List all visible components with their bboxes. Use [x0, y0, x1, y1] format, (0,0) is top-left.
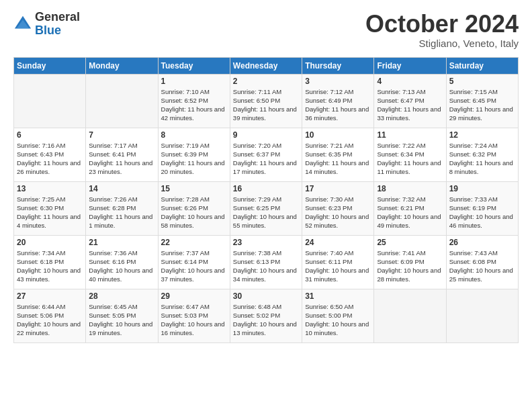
day-number: 6: [17, 130, 83, 140]
header-thursday: Thursday: [302, 57, 374, 74]
day-number: 3: [305, 77, 371, 86]
calendar-week-row: 1Sunrise: 7:10 AMSunset: 6:52 PMDaylight…: [14, 74, 519, 128]
day-number: 30: [233, 291, 299, 301]
page-header: General Blue October 2024 Stigliano, Ven…: [13, 11, 519, 49]
day-number: 16: [233, 184, 299, 193]
calendar-cell: 2Sunrise: 7:11 AMSunset: 6:50 PMDaylight…: [230, 74, 302, 128]
calendar-week-row: 13Sunrise: 7:25 AMSunset: 6:30 PMDayligh…: [14, 181, 519, 235]
day-detail: Sunrise: 7:26 AMSunset: 6:28 PMDaylight:…: [89, 195, 154, 230]
calendar-cell: [86, 74, 158, 128]
day-detail: Sunrise: 7:30 AMSunset: 6:23 PMDaylight:…: [305, 195, 371, 230]
calendar-cell: 9Sunrise: 7:20 AMSunset: 6:37 PMDaylight…: [230, 128, 302, 181]
day-detail: Sunrise: 7:10 AMSunset: 6:52 PMDaylight:…: [161, 87, 227, 123]
calendar-cell: 15Sunrise: 7:28 AMSunset: 6:26 PMDayligh…: [158, 181, 230, 235]
calendar-cell: 18Sunrise: 7:32 AMSunset: 6:21 PMDayligh…: [374, 181, 446, 235]
day-number: 27: [17, 291, 83, 301]
calendar-cell: 14Sunrise: 7:26 AMSunset: 6:28 PMDayligh…: [86, 181, 158, 235]
day-detail: Sunrise: 6:48 AMSunset: 5:02 PMDaylight:…: [233, 302, 299, 338]
day-number: 4: [377, 77, 443, 86]
day-number: 20: [17, 238, 83, 247]
calendar-cell: 30Sunrise: 6:48 AMSunset: 5:02 PMDayligh…: [230, 289, 302, 342]
calendar-week-row: 27Sunrise: 6:44 AMSunset: 5:06 PMDayligh…: [14, 289, 519, 342]
calendar-cell: 4Sunrise: 7:13 AMSunset: 6:47 PMDaylight…: [374, 74, 446, 128]
calendar-cell: 7Sunrise: 7:17 AMSunset: 6:41 PMDaylight…: [86, 128, 158, 181]
day-number: 2: [233, 77, 299, 86]
day-number: 8: [161, 130, 227, 140]
day-detail: Sunrise: 7:11 AMSunset: 6:50 PMDaylight:…: [233, 87, 299, 123]
day-detail: Sunrise: 7:29 AMSunset: 6:25 PMDaylight:…: [233, 195, 299, 230]
day-number: 13: [17, 184, 83, 193]
calendar-cell: 25Sunrise: 7:41 AMSunset: 6:09 PMDayligh…: [374, 235, 446, 289]
day-number: 25: [377, 238, 443, 247]
day-number: 19: [449, 184, 515, 193]
day-number: 24: [305, 238, 371, 247]
month-title: October 2024: [365, 11, 519, 38]
calendar-week-row: 6Sunrise: 7:16 AMSunset: 6:43 PMDaylight…: [14, 128, 519, 181]
day-detail: Sunrise: 7:20 AMSunset: 6:37 PMDaylight:…: [233, 141, 299, 177]
day-detail: Sunrise: 7:32 AMSunset: 6:21 PMDaylight:…: [377, 195, 443, 230]
day-number: 14: [89, 184, 154, 193]
day-detail: Sunrise: 6:50 AMSunset: 5:00 PMDaylight:…: [305, 302, 371, 338]
title-block: October 2024 Stigliano, Veneto, Italy: [365, 11, 519, 49]
day-detail: Sunrise: 6:44 AMSunset: 5:06 PMDaylight:…: [17, 302, 83, 338]
day-detail: Sunrise: 7:19 AMSunset: 6:39 PMDaylight:…: [161, 141, 227, 177]
day-detail: Sunrise: 7:34 AMSunset: 6:18 PMDaylight:…: [17, 248, 83, 284]
calendar-cell: 19Sunrise: 7:33 AMSunset: 6:19 PMDayligh…: [446, 181, 518, 235]
day-detail: Sunrise: 7:38 AMSunset: 6:13 PMDaylight:…: [233, 248, 299, 284]
calendar-cell: 20Sunrise: 7:34 AMSunset: 6:18 PMDayligh…: [14, 235, 86, 289]
calendar-header-row: SundayMondayTuesdayWednesdayThursdayFrid…: [14, 57, 519, 74]
calendar-table: SundayMondayTuesdayWednesdayThursdayFrid…: [13, 57, 519, 343]
calendar-cell: [14, 74, 86, 128]
calendar-week-row: 20Sunrise: 7:34 AMSunset: 6:18 PMDayligh…: [14, 235, 519, 289]
logo-icon: [13, 15, 32, 34]
day-detail: Sunrise: 7:13 AMSunset: 6:47 PMDaylight:…: [377, 87, 443, 123]
header-tuesday: Tuesday: [158, 57, 230, 74]
day-number: 29: [161, 291, 227, 301]
day-detail: Sunrise: 6:47 AMSunset: 5:03 PMDaylight:…: [161, 302, 227, 338]
day-number: 1: [161, 77, 227, 86]
day-detail: Sunrise: 7:21 AMSunset: 6:35 PMDaylight:…: [305, 141, 371, 177]
calendar-cell: 3Sunrise: 7:12 AMSunset: 6:49 PMDaylight…: [302, 74, 374, 128]
calendar-cell: 27Sunrise: 6:44 AMSunset: 5:06 PMDayligh…: [14, 289, 86, 342]
day-detail: Sunrise: 7:25 AMSunset: 6:30 PMDaylight:…: [17, 195, 83, 230]
calendar-cell: 29Sunrise: 6:47 AMSunset: 5:03 PMDayligh…: [158, 289, 230, 342]
header-monday: Monday: [86, 57, 158, 74]
calendar-cell: [374, 289, 446, 342]
day-number: 10: [305, 130, 371, 140]
calendar-cell: 16Sunrise: 7:29 AMSunset: 6:25 PMDayligh…: [230, 181, 302, 235]
day-detail: Sunrise: 7:24 AMSunset: 6:32 PMDaylight:…: [449, 141, 515, 177]
calendar-cell: 26Sunrise: 7:43 AMSunset: 6:08 PMDayligh…: [446, 235, 518, 289]
calendar-cell: 23Sunrise: 7:38 AMSunset: 6:13 PMDayligh…: [230, 235, 302, 289]
day-detail: Sunrise: 7:22 AMSunset: 6:34 PMDaylight:…: [377, 141, 443, 177]
day-detail: Sunrise: 7:16 AMSunset: 6:43 PMDaylight:…: [17, 141, 83, 177]
calendar-cell: 8Sunrise: 7:19 AMSunset: 6:39 PMDaylight…: [158, 128, 230, 181]
header-wednesday: Wednesday: [230, 57, 302, 74]
day-detail: Sunrise: 7:43 AMSunset: 6:08 PMDaylight:…: [449, 248, 515, 284]
day-number: 26: [449, 238, 515, 247]
calendar-cell: 5Sunrise: 7:15 AMSunset: 6:45 PMDaylight…: [446, 74, 518, 128]
day-number: 15: [161, 184, 227, 193]
day-number: 7: [89, 130, 154, 140]
day-detail: Sunrise: 6:45 AMSunset: 5:05 PMDaylight:…: [89, 302, 154, 338]
day-number: 31: [305, 291, 371, 301]
day-number: 11: [377, 130, 443, 140]
calendar-cell: 28Sunrise: 6:45 AMSunset: 5:05 PMDayligh…: [86, 289, 158, 342]
logo-text: General Blue: [35, 11, 80, 38]
day-detail: Sunrise: 7:12 AMSunset: 6:49 PMDaylight:…: [305, 87, 371, 123]
day-number: 5: [449, 77, 515, 86]
day-detail: Sunrise: 7:37 AMSunset: 6:14 PMDaylight:…: [161, 248, 227, 284]
header-saturday: Saturday: [446, 57, 518, 74]
day-number: 18: [377, 184, 443, 193]
calendar-cell: 24Sunrise: 7:40 AMSunset: 6:11 PMDayligh…: [302, 235, 374, 289]
day-detail: Sunrise: 7:40 AMSunset: 6:11 PMDaylight:…: [305, 248, 371, 284]
calendar-cell: 17Sunrise: 7:30 AMSunset: 6:23 PMDayligh…: [302, 181, 374, 235]
day-number: 12: [449, 130, 515, 140]
logo-blue: Blue: [35, 24, 80, 38]
calendar-cell: 1Sunrise: 7:10 AMSunset: 6:52 PMDaylight…: [158, 74, 230, 128]
calendar-cell: 22Sunrise: 7:37 AMSunset: 6:14 PMDayligh…: [158, 235, 230, 289]
location: Stigliano, Veneto, Italy: [365, 38, 519, 49]
day-detail: Sunrise: 7:15 AMSunset: 6:45 PMDaylight:…: [449, 87, 515, 123]
calendar-cell: 6Sunrise: 7:16 AMSunset: 6:43 PMDaylight…: [14, 128, 86, 181]
day-number: 17: [305, 184, 371, 193]
day-number: 22: [161, 238, 227, 247]
